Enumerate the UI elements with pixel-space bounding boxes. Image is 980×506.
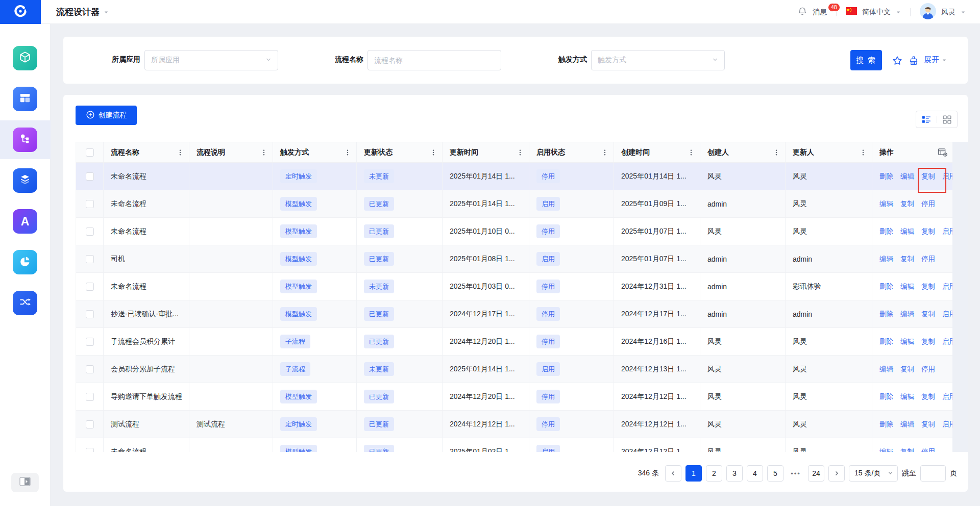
action-link[interactable]: 复制 — [921, 172, 935, 181]
language-selector[interactable]: 简体中文 — [862, 8, 891, 17]
column-header[interactable]: 更新人 — [786, 142, 872, 162]
grid-view-icon[interactable] — [943, 115, 951, 124]
table-row[interactable]: 未命名流程模型触发未更新2025年01月03日 0...停用2024年12月31… — [76, 273, 952, 300]
table-row[interactable]: 未命名流程模型触发已更新2025年01月02日 1...启用2024年12月12… — [76, 438, 952, 452]
action-link[interactable]: 编辑 — [879, 447, 893, 452]
name-filter-field[interactable] — [368, 50, 501, 70]
action-link[interactable]: 停用 — [921, 255, 935, 264]
table-row[interactable]: 司机模型触发已更新2025年01月08日 1...启用2025年01月07日 1… — [76, 245, 952, 273]
select-all-checkbox[interactable] — [86, 148, 94, 157]
action-link[interactable]: 删除 — [879, 392, 893, 401]
page-button[interactable]: 2 — [706, 465, 722, 482]
action-link[interactable]: 复制 — [921, 282, 935, 291]
action-link[interactable]: 复制 — [921, 337, 935, 346]
table-row[interactable]: 未命名流程模型触发已更新2025年01月14日 1...启用2025年01月09… — [76, 190, 952, 218]
next-page-button[interactable] — [828, 465, 845, 482]
column-header[interactable]: 触发方式 — [273, 142, 357, 162]
action-link[interactable]: 删除 — [879, 420, 893, 429]
sidebar-collapse-button[interactable] — [11, 473, 39, 492]
row-checkbox[interactable] — [86, 200, 94, 208]
sidebar-item-layout-app[interactable] — [13, 87, 37, 111]
page-button[interactable]: 1 — [685, 465, 702, 482]
action-link[interactable]: 删除 — [879, 337, 893, 346]
column-menu-icon[interactable] — [688, 149, 695, 156]
action-link[interactable]: 编辑 — [900, 282, 914, 291]
column-header[interactable]: 更新状态 — [357, 142, 443, 162]
messages-item[interactable]: 消息 48 — [813, 8, 827, 17]
row-checkbox[interactable] — [86, 365, 94, 373]
column-menu-icon[interactable] — [860, 149, 867, 156]
sidebar-item-layers-app[interactable] — [13, 168, 37, 193]
action-link[interactable]: 编辑 — [879, 199, 893, 209]
action-link[interactable]: 删除 — [879, 172, 893, 181]
action-link[interactable]: 编辑 — [879, 255, 893, 264]
column-menu-icon[interactable] — [517, 149, 524, 156]
action-link[interactable]: 复制 — [921, 392, 935, 401]
column-header[interactable]: 流程名称 — [104, 142, 189, 162]
action-link[interactable]: 编辑 — [900, 227, 914, 236]
table-row[interactable]: 未命名流程定时触发未更新2025年01月14日 1...停用2025年01月14… — [76, 163, 952, 190]
trigger-filter-select[interactable]: 触发方式 — [591, 50, 725, 70]
table-row[interactable]: 未命名流程模型触发已更新2025年01月10日 0...停用2025年01月07… — [76, 218, 952, 245]
expand-toggle[interactable]: 展开 — [924, 55, 947, 65]
column-menu-icon[interactable] — [601, 149, 608, 156]
sidebar-item-shuffle-app[interactable] — [13, 291, 37, 315]
jump-page-input[interactable] — [920, 465, 946, 482]
table-row[interactable]: 会员积分累加子流程子流程未更新2025年01月14日 1...启用2024年12… — [76, 356, 952, 383]
action-link[interactable]: 复制 — [921, 310, 935, 319]
action-link[interactable]: 复制 — [900, 199, 914, 209]
column-header[interactable]: 启用状态 — [529, 142, 614, 162]
action-link[interactable]: 删除 — [879, 282, 893, 291]
sidebar-item-pie-chart-app[interactable] — [13, 250, 37, 274]
row-checkbox[interactable] — [86, 172, 94, 181]
row-checkbox[interactable] — [86, 448, 94, 452]
search-button[interactable]: 搜 索 — [850, 50, 882, 70]
action-link[interactable]: 停用 — [921, 365, 935, 374]
action-link[interactable]: 启用 — [942, 282, 952, 291]
page-button[interactable]: 24 — [808, 465, 824, 482]
row-checkbox[interactable] — [86, 338, 94, 346]
action-link[interactable]: 启用 — [942, 227, 952, 236]
row-checkbox[interactable] — [86, 255, 94, 263]
sidebar-item-cube-app[interactable] — [13, 46, 37, 70]
column-header[interactable]: 操作 — [872, 142, 952, 162]
column-menu-icon[interactable] — [430, 149, 437, 156]
user-caret-icon[interactable] — [961, 8, 966, 17]
column-header[interactable]: 流程说明 — [189, 142, 273, 162]
clear-broom-icon[interactable] — [908, 55, 920, 67]
action-link[interactable]: 编辑 — [879, 365, 893, 374]
action-link[interactable]: 复制 — [900, 255, 914, 264]
sidebar-item-workflow-designer-app[interactable] — [13, 128, 37, 152]
action-link[interactable]: 复制 — [921, 227, 935, 236]
table-row[interactable]: 导购邀请下单触发流程模型触发已更新2024年12月20日 1...停用2024年… — [76, 383, 952, 411]
prev-page-button[interactable] — [665, 465, 681, 482]
action-link[interactable]: 编辑 — [900, 420, 914, 429]
row-checkbox[interactable] — [86, 420, 94, 428]
app-logo[interactable] — [0, 0, 41, 24]
column-header[interactable]: 更新时间 — [443, 142, 529, 162]
page-button[interactable]: 4 — [747, 465, 763, 482]
title-caret-icon[interactable] — [104, 8, 109, 17]
action-link[interactable]: 编辑 — [900, 172, 914, 181]
username[interactable]: 风灵 — [941, 8, 955, 17]
action-link[interactable]: 编辑 — [900, 392, 914, 401]
column-menu-icon[interactable] — [177, 149, 184, 156]
favorite-star-icon[interactable] — [891, 55, 903, 67]
app-filter-select[interactable]: 所属应用 — [144, 50, 278, 70]
language-caret-icon[interactable] — [896, 8, 901, 17]
action-link[interactable]: 启用 — [942, 172, 952, 181]
column-menu-icon[interactable] — [773, 149, 780, 156]
column-header[interactable]: 创建人 — [700, 142, 786, 162]
column-menu-icon[interactable] — [260, 149, 267, 156]
table-row[interactable]: 测试流程测试流程定时触发已更新2024年12月12日 1...停用2024年12… — [76, 411, 952, 438]
create-process-button[interactable]: 创建流程 — [76, 106, 137, 125]
action-link[interactable]: 停用 — [921, 199, 935, 209]
action-link[interactable]: 复制 — [900, 365, 914, 374]
action-link[interactable]: 停用 — [921, 447, 935, 452]
page-button[interactable]: 5 — [767, 465, 783, 482]
table-settings-icon[interactable] — [938, 148, 947, 157]
column-menu-icon[interactable] — [344, 149, 351, 156]
row-checkbox[interactable] — [86, 310, 94, 318]
action-link[interactable]: 删除 — [879, 227, 893, 236]
action-link[interactable]: 复制 — [921, 420, 935, 429]
